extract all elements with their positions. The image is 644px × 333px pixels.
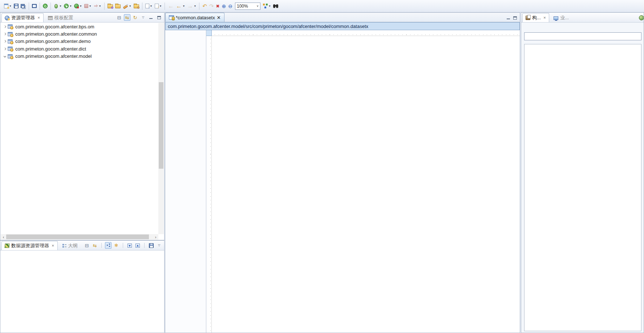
dropdown-arrow-icon[interactable]: ▼ (9, 5, 12, 7)
search-button[interactable] (272, 3, 280, 9)
open-folder-button[interactable] (106, 3, 114, 9)
checkout-button[interactable]: ▼ (154, 3, 163, 9)
main-toolbar: ▼▼▼▼▼▼▼▼▼←←▼→▼↶↷✖⊕⊖100%∨▼ (0, 0, 644, 12)
debug-button[interactable]: ▼ (53, 3, 63, 9)
explorer-vscrollbar[interactable] (158, 23, 164, 234)
folder-ball-button[interactable] (133, 3, 140, 9)
refresh-button[interactable]: ↻ (132, 14, 138, 21)
resource-explorer-icon (5, 16, 9, 20)
profile-button[interactable]: ▼ (73, 3, 83, 9)
import-button[interactable] (126, 242, 133, 249)
tab-business[interactable]: 业... (550, 13, 572, 22)
dropdown-arrow-icon[interactable]: ▼ (99, 5, 101, 7)
deploy-button[interactable]: ▼ (122, 3, 133, 10)
save-all-button[interactable] (20, 3, 27, 9)
component-search-input[interactable] (524, 32, 641, 40)
dropdown-arrow-icon[interactable]: ▼ (182, 5, 185, 7)
tree-item[interactable]: com.primeton.gocom.afcenter.dict (1, 45, 158, 52)
step-button[interactable]: ▼ (93, 3, 102, 9)
resource-explorer-panel: 资源管理器 ✕ 模板配置 ⊟⇆↻▽ com.primeton.gocom.afc… (0, 12, 165, 240)
run-button[interactable]: ▼ (63, 3, 73, 9)
search-icon (273, 4, 279, 8)
tree-item[interactable]: com.primeton.gocom.afcenter.common (1, 30, 158, 37)
tab-outline[interactable]: 大纲 (59, 241, 81, 250)
close-icon[interactable]: ✕ (217, 15, 221, 20)
tree-item[interactable]: com.primeton.gocom.afcenter.bps.om (1, 23, 158, 30)
checkin-icon (145, 4, 149, 8)
dropdown-arrow-icon[interactable]: ▼ (159, 5, 162, 7)
collapse-all-button[interactable]: ⊟ (84, 242, 90, 249)
explorer-hscrollbar-thumb[interactable] (6, 234, 149, 239)
dropdown-arrow-icon[interactable]: ▼ (80, 5, 82, 7)
redo-button[interactable]: ↷ (208, 2, 215, 10)
explorer-vscrollbar-thumb[interactable] (159, 82, 163, 169)
minimize-icon[interactable] (507, 16, 510, 20)
explorer-hscrollbar[interactable]: ‹ › (1, 234, 158, 240)
export-button[interactable] (134, 242, 141, 249)
dropdown-arrow-icon[interactable]: ▼ (69, 5, 72, 7)
breadcrumb[interactable]: com.primeton.gocom.afcenter.model/src/co… (165, 22, 520, 30)
forward-button[interactable]: →▼ (186, 2, 197, 10)
save-conn-button[interactable] (148, 242, 154, 249)
collapse-all-button[interactable]: ⊟ (116, 14, 122, 21)
min-button[interactable] (148, 14, 154, 21)
start-server-button[interactable] (42, 3, 49, 9)
console-button[interactable] (31, 3, 38, 9)
editor-tabbar: *common.datasetx ✕ (165, 13, 520, 22)
run-icon (64, 4, 69, 8)
dropdown-arrow-icon[interactable]: ▼ (129, 5, 131, 7)
chevron-down-icon: ∨ (256, 4, 259, 8)
collapsed-arrow-icon[interactable] (2, 48, 8, 50)
diagram-area[interactable] (212, 36, 520, 333)
profile-icon (74, 4, 79, 8)
delete-button[interactable]: ✖ (215, 3, 220, 9)
dropdown-arrow-icon[interactable]: ▼ (194, 5, 196, 7)
tab-partial[interactable] (636, 13, 644, 22)
tab-components[interactable]: 构... ✕ (522, 13, 549, 22)
menu-button[interactable]: ▽ (156, 242, 162, 249)
back-pale-button[interactable]: ← (167, 2, 175, 10)
connect-button[interactable]: ✻ (113, 242, 120, 249)
dropdown-arrow-icon[interactable]: ▼ (268, 5, 271, 7)
link-editor-button[interactable]: ⇆ (124, 14, 130, 21)
tab-datasource-explorer[interactable]: 数据源资源管理器 ✕ (1, 241, 58, 250)
close-icon[interactable]: ✕ (543, 16, 546, 20)
stop-button[interactable]: ▼ (83, 3, 93, 9)
close-icon[interactable]: ✕ (52, 244, 54, 248)
link-editor-button[interactable]: ⇆ (92, 242, 98, 249)
scroll-left-icon[interactable]: ‹ (1, 234, 6, 240)
tab-template-config-label: 模板配置 (54, 15, 73, 21)
save-button[interactable] (13, 3, 20, 9)
new-button[interactable]: ▼ (3, 3, 13, 9)
undo-button[interactable]: ↶ (201, 2, 208, 10)
checkin-button[interactable]: ▼ (144, 3, 154, 9)
dropdown-arrow-icon[interactable]: ▼ (150, 5, 153, 7)
tree-item[interactable]: com.primeton.gocom.afcenter.demo (1, 38, 158, 45)
tree-item[interactable]: com.primeton.gocom.afcenter.model (1, 53, 158, 60)
layout-button[interactable]: ▼ (262, 3, 272, 9)
expanded-arrow-icon[interactable] (2, 55, 8, 57)
collapsed-arrow-icon[interactable] (2, 40, 8, 42)
back-button[interactable]: ←▼ (175, 2, 186, 10)
close-icon[interactable]: ✕ (37, 16, 40, 20)
menu-button[interactable]: ▽ (140, 14, 146, 21)
diagram-canvas[interactable] (206, 30, 520, 333)
collapsed-arrow-icon[interactable] (2, 26, 8, 28)
tab-template-config[interactable]: 模板配置 (45, 13, 77, 22)
tree-mode-button[interactable] (105, 242, 112, 249)
refresh-icon: ↻ (133, 15, 137, 20)
back-icon: ← (176, 3, 182, 9)
maximize-icon[interactable] (513, 16, 517, 20)
collapsed-arrow-icon[interactable] (2, 33, 8, 35)
dropdown-arrow-icon[interactable]: ▼ (89, 5, 92, 7)
zoom-level-combo[interactable]: 100%∨ (235, 3, 260, 10)
dropdown-arrow-icon[interactable]: ▼ (59, 5, 62, 7)
tab-resource-explorer[interactable]: 资源管理器 ✕ (1, 13, 44, 22)
scroll-right-icon[interactable]: › (153, 234, 158, 240)
max-button[interactable] (156, 14, 162, 21)
zoom-out-button[interactable]: ⊖ (227, 3, 234, 10)
zoom-in-button[interactable]: ⊕ (221, 3, 227, 10)
folder-plain-button[interactable] (114, 3, 122, 9)
project-icon (8, 32, 13, 36)
tab-common-datasetx[interactable]: *common.datasetx ✕ (165, 13, 224, 22)
